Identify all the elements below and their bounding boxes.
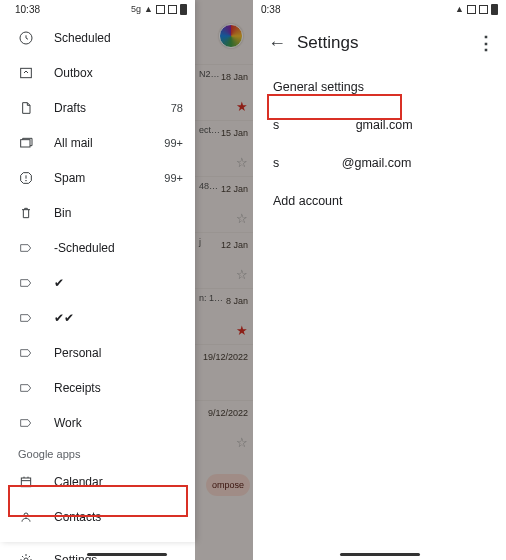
- star-outline-icon[interactable]: ☆: [236, 267, 248, 282]
- settings-row-general[interactable]: General settings: [253, 68, 506, 106]
- home-indicator[interactable]: [340, 553, 420, 556]
- drawer-item-label-doublecheck[interactable]: ✔✔: [0, 300, 195, 335]
- drawer-item-outbox[interactable]: Outbox: [0, 55, 195, 90]
- battery-icon: [491, 4, 498, 15]
- right-phone-screen: 0:38 ▲ ← Settings ⋮ General settings s g…: [253, 0, 506, 560]
- mail-date: 9/12/2022: [208, 408, 248, 418]
- drawer-item-label-scheduled[interactable]: -Scheduled: [0, 230, 195, 265]
- picture-icon: [156, 5, 165, 14]
- status-icons: 5g ▲: [131, 4, 187, 15]
- svg-point-5: [24, 513, 28, 517]
- home-indicator[interactable]: [87, 553, 167, 556]
- label-icon: [18, 310, 34, 326]
- drawer-item-settings[interactable]: Settings: [0, 542, 195, 560]
- drawer-item-label-personal[interactable]: Personal: [0, 335, 195, 370]
- star-icon[interactable]: ★: [236, 323, 248, 338]
- svg-rect-2: [21, 139, 30, 146]
- settings-icon: [18, 552, 34, 561]
- mail-date: 15 Jan: [221, 128, 248, 138]
- mail-date: 12 Jan: [221, 184, 248, 194]
- left-phone-screen: 18 JanN2…★ 15 Janect…☆ 12 Jan48…☆ 12 Jan…: [0, 0, 253, 560]
- drawer-item-label-check[interactable]: ✔: [0, 265, 195, 300]
- mail-date: 8 Jan: [226, 296, 248, 306]
- svg-point-3: [26, 180, 27, 181]
- svg-rect-4: [21, 478, 30, 487]
- label-icon: [18, 275, 34, 291]
- picture-icon: [479, 5, 488, 14]
- settings-row-add-account[interactable]: Add account: [253, 182, 506, 220]
- settings-app-bar: ← Settings ⋮: [253, 18, 506, 68]
- star-outline-icon[interactable]: ☆: [236, 435, 248, 450]
- drawer-item-bin[interactable]: Bin: [0, 195, 195, 230]
- label-icon: [18, 345, 34, 361]
- wifi-icon: ▲: [455, 4, 464, 14]
- picture-icon: [168, 5, 177, 14]
- back-button[interactable]: ←: [261, 33, 293, 54]
- status-icons: ▲: [455, 4, 498, 15]
- drawer-item-drafts[interactable]: Drafts78: [0, 90, 195, 125]
- drawer-item-label-receipts[interactable]: Receipts: [0, 370, 195, 405]
- wifi-icon: ▲: [144, 4, 153, 14]
- navigation-drawer: 10:38 5g ▲ Scheduled Outbox Drafts78 All…: [0, 0, 195, 542]
- mail-date: 12 Jan: [221, 240, 248, 250]
- schedule-icon: [18, 30, 34, 46]
- drawer-item-label-work[interactable]: Work: [0, 405, 195, 440]
- settings-row-account-2[interactable]: s @gmail.com: [253, 144, 506, 182]
- svg-rect-1: [21, 68, 32, 77]
- drawer-list: Scheduled Outbox Drafts78 All mail99+ Sp…: [0, 18, 195, 560]
- status-bar: 0:38 ▲: [253, 0, 506, 18]
- more-button[interactable]: ⋮: [474, 32, 498, 54]
- outbox-icon: [18, 65, 34, 81]
- avatar[interactable]: [219, 24, 243, 48]
- calendar-icon: [18, 474, 34, 490]
- label-icon: [18, 415, 34, 431]
- settings-row-account-1[interactable]: s gmail.com: [253, 106, 506, 144]
- drawer-item-spam[interactable]: Spam99+: [0, 160, 195, 195]
- star-icon[interactable]: ★: [236, 99, 248, 114]
- contacts-icon: [18, 509, 34, 525]
- drawer-item-contacts[interactable]: Contacts: [0, 499, 195, 534]
- label-icon: [18, 240, 34, 256]
- drawer-item-calendar[interactable]: Calendar: [0, 464, 195, 499]
- clock: 10:38: [15, 4, 40, 15]
- picture-icon: [467, 5, 476, 14]
- spam-icon: [18, 170, 34, 186]
- all-mail-icon: [18, 135, 34, 151]
- battery-icon: [180, 4, 187, 15]
- inbox-background: 18 JanN2…★ 15 Janect…☆ 12 Jan48…☆ 12 Jan…: [195, 0, 253, 560]
- compose-button[interactable]: ompose: [206, 474, 250, 496]
- mail-date: 19/12/2022: [203, 352, 248, 362]
- section-header-google-apps: Google apps: [0, 440, 195, 464]
- bin-icon: [18, 205, 34, 221]
- drawer-item-scheduled[interactable]: Scheduled: [0, 20, 195, 55]
- label-icon: [18, 380, 34, 396]
- drafts-icon: [18, 100, 34, 116]
- drawer-item-all-mail[interactable]: All mail99+: [0, 125, 195, 160]
- clock: 0:38: [261, 4, 280, 15]
- status-bar: 10:38 5g ▲: [0, 0, 195, 18]
- page-title: Settings: [293, 33, 474, 53]
- star-outline-icon[interactable]: ☆: [236, 155, 248, 170]
- mail-date: 18 Jan: [221, 72, 248, 82]
- star-outline-icon[interactable]: ☆: [236, 211, 248, 226]
